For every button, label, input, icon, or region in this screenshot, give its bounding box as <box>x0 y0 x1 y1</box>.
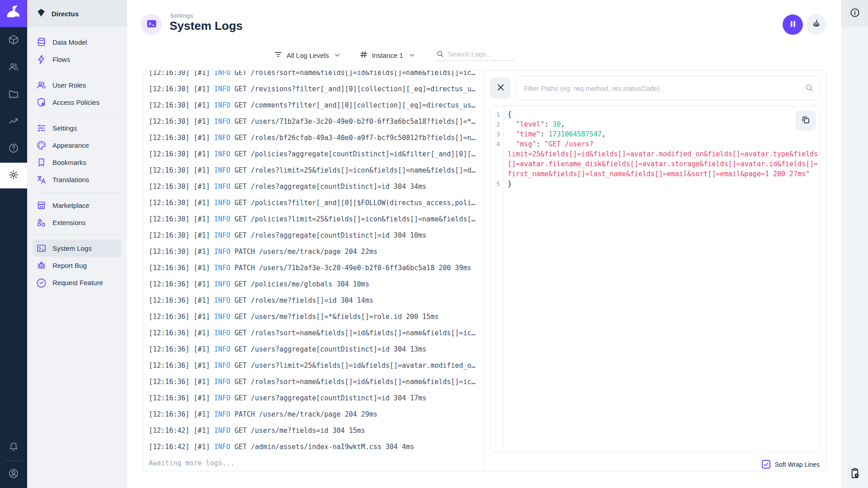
sidebar-item-translations[interactable]: Translations <box>33 171 122 188</box>
sidebar-divider <box>36 192 121 192</box>
user-menu-button[interactable] <box>0 461 27 488</box>
filter-lines-icon <box>274 50 283 61</box>
activity-log-button[interactable] <box>849 467 861 481</box>
module-settings[interactable] <box>0 163 27 188</box>
sidebar-item-access-policies[interactable]: Access Policies <box>33 94 122 111</box>
directus-logo-button[interactable] <box>0 0 27 27</box>
soft-wrap-toggle[interactable]: Soft Wrap Lines <box>762 460 820 469</box>
sidebar-item-system-logs[interactable]: System Logs <box>33 239 122 257</box>
pause-icon <box>788 19 798 31</box>
verified-icon <box>36 277 47 288</box>
people-icon <box>36 80 47 90</box>
code-line: 3 "time": 1731064587547, <box>491 129 820 139</box>
log-row[interactable]: [12:16:36] [#1] INFO GET /policies/me/gl… <box>149 276 484 292</box>
module-files[interactable] <box>0 81 27 108</box>
sidebar-item-report-bug[interactable]: Report Bug <box>33 257 122 274</box>
log-row[interactable]: [12:16:30] [#1] INFO GET /roles?sort=nam… <box>149 70 484 81</box>
sidebar-item-flows[interactable]: Flows <box>33 51 122 68</box>
instance-select[interactable]: Instance 1 <box>359 50 415 60</box>
close-detail-button[interactable] <box>490 78 511 99</box>
info-icon <box>849 7 860 20</box>
log-row[interactable]: [12:16:30] [#1] INFO GET /comments?filte… <box>149 97 484 113</box>
log-search <box>436 50 515 61</box>
notifications-button[interactable] <box>0 433 27 460</box>
module-users[interactable] <box>0 54 27 81</box>
right-sidebar <box>841 0 868 488</box>
log-row[interactable]: [12:16:30] [#1] INFO PATCH /users/me/tra… <box>149 244 484 260</box>
chevron-down-icon <box>408 51 416 59</box>
sidebar-item-bookmarks[interactable]: Bookmarks <box>33 154 122 171</box>
log-row[interactable]: [12:16:42] [#1] INFO GET /admin/assets/i… <box>149 439 484 455</box>
log-row[interactable]: [12:16:30] [#1] INFO GET /roles?aggregat… <box>149 227 484 244</box>
log-row[interactable]: [12:16:30] [#1] INFO GET /policies?filte… <box>149 195 484 211</box>
log-row[interactable]: [12:16:30] [#1] INFO GET /policies?limit… <box>149 211 484 227</box>
filter-paths-field <box>516 76 821 100</box>
log-row[interactable]: [12:16:36] [#1] INFO GET /users?limit=25… <box>149 357 484 374</box>
sidebar-item-extensions[interactable]: Extensions <box>33 214 122 231</box>
log-row[interactable]: [12:16:42] [#1] INFO GET /users/me?field… <box>149 422 484 439</box>
log-row[interactable]: [12:16:36] [#1] INFO GET /roles?sort=nam… <box>149 374 484 390</box>
line-number: 1 <box>491 106 504 119</box>
sidebar-item-label: Bookmarks <box>52 159 86 166</box>
page-title: System Logs <box>170 19 243 33</box>
line-number <box>491 149 504 159</box>
log-row[interactable]: [12:16:36] [#1] INFO GET /users?aggregat… <box>149 390 484 406</box>
insights-icon <box>8 116 19 128</box>
pause-logs-button[interactable] <box>783 14 803 35</box>
main-content: Settings System Logs All Log Levels Inst… <box>127 0 841 488</box>
info-sidebar-button[interactable] <box>841 0 868 27</box>
search-logs-input[interactable] <box>448 50 515 58</box>
line-content: limit=25&fields[]=id&fields[]=avatar.mod… <box>504 149 820 159</box>
sidebar-item-label: Extensions <box>52 219 85 226</box>
log-row[interactable]: [12:16:36] [#1] INFO GET /roles?sort=nam… <box>149 325 484 341</box>
line-number <box>491 159 504 169</box>
sidebar-item-label: Request Feature <box>52 279 103 286</box>
breadcrumb[interactable]: Settings <box>170 12 193 19</box>
log-row[interactable]: [12:16:30] [#1] INFO GET /roles?aggregat… <box>149 178 484 195</box>
code-lines: 1{2 "level": 30,3 "time": 1731064587547,… <box>491 106 820 451</box>
log-row[interactable]: [12:16:30] [#1] INFO GET /policies?aggre… <box>149 146 484 162</box>
line-content: "time": 1731064587547, <box>504 129 820 139</box>
sidebar-item-marketplace[interactable]: Marketplace <box>33 197 122 214</box>
sidebar-item-label: Access Policies <box>52 99 99 106</box>
sidebar-item-settings[interactable]: Settings <box>33 119 122 136</box>
line-content: { <box>504 106 820 119</box>
code-line: limit=25&fields[]=id&fields[]=avatar.mod… <box>491 149 820 159</box>
module-insights[interactable] <box>0 108 27 136</box>
filter-paths-input[interactable] <box>516 76 821 100</box>
page-icon-badge <box>141 14 162 35</box>
line-content: "level": 30, <box>504 119 820 129</box>
sidebar-item-user-roles[interactable]: User Roles <box>33 76 122 94</box>
log-row[interactable]: [12:16:30] [#1] INFO GET /revisions?filt… <box>149 81 484 97</box>
translate-icon <box>36 174 47 185</box>
module-content[interactable] <box>0 27 27 54</box>
shield-icon <box>36 97 47 108</box>
code-line: 4 "msg": "GET /users? <box>491 139 820 149</box>
sidebar-item-label: Translations <box>52 176 89 183</box>
checkbox-checked-icon <box>762 460 770 469</box>
log-row[interactable]: [12:16:30] [#1] INFO GET /roles/bf26cfab… <box>149 130 484 146</box>
log-level-select[interactable]: All Log Levels <box>274 50 341 61</box>
log-row[interactable]: [12:16:36] [#1] INFO GET /users/me?field… <box>149 309 484 325</box>
module-help[interactable] <box>0 136 27 163</box>
log-row[interactable]: [12:16:36] [#1] INFO PATCH /users/71b2af… <box>149 260 484 276</box>
search-icon <box>436 50 444 58</box>
log-row[interactable]: [12:16:36] [#1] INFO GET /users?aggregat… <box>149 341 484 357</box>
copy-json-button[interactable] <box>796 111 816 131</box>
log-row[interactable]: [12:16:30] [#1] INFO GET /roles?limit=25… <box>149 162 484 178</box>
settings-sidebar: Directus Data Model Flows User Roles Acc… <box>27 0 127 488</box>
sidebar-item-data-model[interactable]: Data Model <box>33 33 122 51</box>
log-row[interactable]: [12:16:36] [#1] INFO GET /roles/me?field… <box>149 292 484 309</box>
log-row[interactable]: [12:16:36] [#1] INFO PATCH /users/me/tra… <box>149 406 484 422</box>
project-header[interactable]: Directus <box>27 0 127 27</box>
clear-logs-button[interactable] <box>806 14 826 35</box>
line-content: []=avatar.filename_disk&fields[]=avatar.… <box>504 159 820 169</box>
account-icon <box>8 468 19 481</box>
sidebar-item-request-feature[interactable]: Request Feature <box>33 274 122 291</box>
sidebar-item-appearance[interactable]: Appearance <box>33 136 122 154</box>
soft-wrap-label: Soft Wrap Lines <box>775 461 820 468</box>
log-row[interactable]: [12:16:30] [#1] INFO GET /users/71b2af3e… <box>149 113 484 130</box>
log-list: [12:16:30] [#1] INFO GET /roles?sort=nam… <box>143 70 485 471</box>
close-icon <box>495 82 506 94</box>
sidebar-divider <box>36 72 121 72</box>
